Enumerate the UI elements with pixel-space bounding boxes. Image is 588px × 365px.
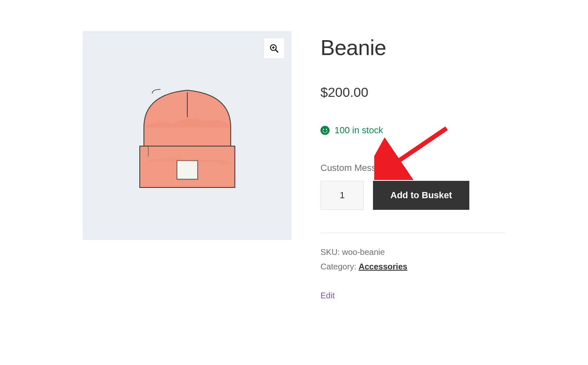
product-title: Beanie [320, 35, 505, 60]
svg-rect-5 [177, 161, 198, 179]
zoom-icon [269, 43, 279, 53]
custom-message-label: Custom Message [320, 163, 505, 173]
category-link[interactable]: Accessories [359, 262, 407, 271]
quantity-input[interactable] [320, 181, 364, 210]
product-illustration [123, 78, 251, 194]
category-line: Category: Accessories [320, 262, 505, 271]
sku-value: woo-beanie [342, 247, 385, 257]
zoom-button[interactable] [264, 38, 284, 58]
product-image[interactable] [83, 31, 292, 240]
product-price: $200.00 [320, 85, 505, 100]
product-meta: SKU: woo-beanie Category: Accessories Ed… [320, 233, 505, 300]
cart-form: Add to Busket [320, 181, 505, 210]
smiley-icon [320, 126, 330, 135]
stock-text: 100 in stock [335, 125, 383, 136]
product-info: Beanie $200.00 100 in stock Custom Messa… [320, 31, 505, 300]
sku-label: SKU: [320, 247, 342, 257]
edit-link[interactable]: Edit [320, 291, 335, 300]
category-label: Category: [320, 262, 359, 271]
sku-line: SKU: woo-beanie [320, 247, 505, 257]
svg-line-1 [276, 50, 278, 53]
stock-status: 100 in stock [320, 125, 505, 136]
add-to-cart-button[interactable]: Add to Busket [373, 181, 469, 210]
